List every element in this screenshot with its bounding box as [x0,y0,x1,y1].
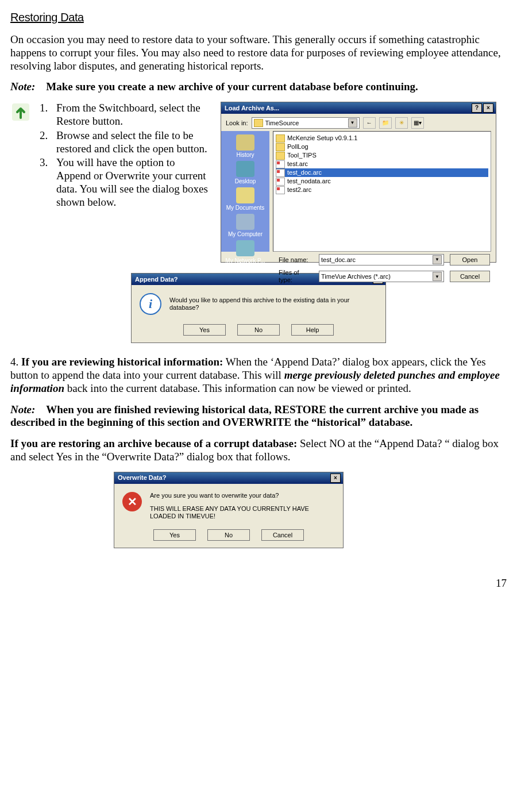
close-icon[interactable]: × [483,103,493,113]
list-item[interactable]: test2.arc [276,186,488,194]
filename-value: test_doc.arc [321,256,356,264]
overwrite-dialog-title: Overwrite Data? [117,474,329,482]
overwrite-message: Are you sure you want to overwrite your … [150,492,335,521]
places-bar: History Desktop My Documents My Computer… [221,131,269,252]
para4-heading: If you are reviewing historical informat… [21,356,223,368]
chevron-down-icon[interactable]: ▼ [433,272,442,281]
help-button[interactable]: Help [291,324,334,336]
close-icon[interactable]: × [330,474,341,483]
no-button[interactable]: No [237,324,280,336]
filename-input[interactable]: test_doc.arc ▼ [319,254,444,265]
yes-button[interactable]: Yes [153,529,196,541]
folder-icon [276,134,285,143]
lookin-combo[interactable]: TimeSource ▼ [252,117,360,129]
places-desktop[interactable]: Desktop [225,161,266,185]
folder-icon [276,152,285,160]
step-2: Browse and select the file to be restore… [51,129,211,156]
places-mydocuments-label: My Documents [225,205,266,211]
new-folder-icon[interactable]: ✳ [395,117,408,129]
page-number: 17 [10,577,507,590]
paragraph-5: If you are restoring an archive because … [10,437,507,464]
load-archive-dialog: Load Archive As... ? × Look in: TimeSour… [221,102,496,263]
step-3: You will have the option to Append or Ov… [51,156,211,209]
note-2-text: When you are finished reviewing historic… [10,403,479,429]
steps-list: From the Switchboard, select the Restore… [36,102,211,210]
archive-file-icon [276,160,285,168]
cancel-button[interactable]: Cancel [261,529,304,541]
yes-button[interactable]: Yes [183,324,226,336]
para4-b: back into the current database. This inf… [64,382,411,394]
note-1: Note: Make sure you create a new archive… [10,80,507,94]
overwrite-data-dialog: Overwrite Data? × ✕ Are you sure you wan… [114,472,344,549]
up-folder-icon[interactable]: 📁 [379,117,392,129]
section-heading: Restoring Data [10,10,507,24]
filename-label: File name: [279,256,313,264]
filetype-combo[interactable]: TimeVue Archives (*.arc) ▼ [319,271,444,282]
list-item-selected[interactable]: test_doc.arc [276,168,488,177]
places-mydocuments[interactable]: My Documents [225,187,266,211]
load-dialog-title: Load Archive As... [223,105,470,112]
step-1: From the Switchboard, select the Restore… [51,102,211,128]
list-item[interactable]: McKenzie Setup v0.9.1.1 [276,134,488,143]
places-desktop-label: Desktop [225,178,266,185]
error-icon: ✕ [122,492,142,511]
restore-icon [10,102,31,122]
archive-file-icon [276,186,285,194]
chevron-down-icon[interactable]: ▼ [348,118,357,128]
load-dialog-titlebar[interactable]: Load Archive As... ? × [221,102,496,114]
lookin-label: Look in: [226,120,248,127]
overwrite-line1: Are you sure you want to overwrite your … [150,492,335,499]
places-mycomputer-label: My Computer [225,231,266,238]
archive-file-icon [276,169,285,177]
places-mynetwork[interactable]: My Network P... [225,240,266,264]
cancel-button[interactable]: Cancel [450,271,490,282]
open-button[interactable]: Open [450,254,490,265]
archive-file-icon [276,178,285,186]
note-2: Note: When you are finished reviewing hi… [10,403,507,430]
filetype-value: TimeVue Archives (*.arc) [321,273,391,280]
note-1-text: Make sure you create a new archive of yo… [46,80,418,93]
places-mycomputer[interactable]: My Computer [225,214,266,238]
note-1-label: Note: [10,80,35,93]
note-2-label: Note: [10,403,35,415]
append-message: Would you like to append this archive to… [169,293,377,311]
folder-icon [276,143,285,151]
views-icon[interactable]: ▦▾ [411,117,424,129]
para4-lead: 4. [10,356,21,368]
list-item[interactable]: PollLog [276,143,488,151]
overwrite-line2: THIS WILL ERASE ANY DATA YOU CURRENTLY H… [150,505,335,520]
lookin-value: TimeSource [265,120,299,127]
list-item[interactable]: test_nodata.arc [276,177,488,186]
para5-heading: If you are restoring an archive because … [10,437,297,449]
folder-icon [254,119,263,127]
paragraph-4: 4. If you are reviewing historical infor… [10,356,507,395]
no-button[interactable]: No [207,529,250,541]
list-item[interactable]: test.arc [276,160,488,168]
places-history-label: History [225,152,266,159]
back-icon[interactable]: ← [363,117,376,129]
places-mynetwork-label: My Network P... [225,257,266,264]
places-history[interactable]: History [225,134,266,159]
intro-paragraph: On occasion you may need to restore data… [10,33,507,72]
chevron-down-icon[interactable]: ▼ [433,255,442,264]
help-icon[interactable]: ? [472,103,482,113]
file-list[interactable]: McKenzie Setup v0.9.1.1 PollLog Tool_TIP… [273,131,491,252]
info-icon: i [140,293,161,315]
overwrite-dialog-titlebar[interactable]: Overwrite Data? × [114,472,343,484]
list-item[interactable]: Tool_TIPS [276,151,488,160]
